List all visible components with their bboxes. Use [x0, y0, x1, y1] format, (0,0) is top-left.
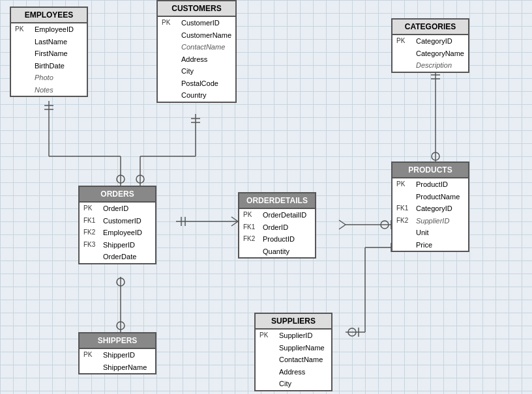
orderdetails-table: ORDERDETAILS PK OrderDetailID FK1 OrderI… [238, 192, 316, 259]
table-row: FK2 EmployeeID [80, 227, 155, 239]
products-header: PRODUCTS [392, 163, 468, 178]
orderdetails-body: PK OrderDetailID FK1 OrderID FK2 Product… [239, 209, 315, 257]
table-row: PK CustomerID [158, 17, 235, 29]
table-row: City [256, 378, 331, 390]
categories-table: CATEGORIES PK CategoryID CategoryName De… [391, 18, 469, 73]
orders-body: PK OrderID FK1 CustomerID FK2 EmployeeID… [80, 203, 155, 263]
categories-body: PK CategoryID CategoryName Description [392, 35, 468, 72]
suppliers-body: PK SupplierID SupplierName ContactName A… [256, 330, 331, 390]
table-row: PK SupplierID [256, 330, 331, 342]
table-row: Description [392, 59, 468, 72]
table-row: BirthDate [11, 60, 87, 72]
table-row: FirstName [11, 48, 87, 60]
shippers-table: SHIPPERS PK ShipperID ShipperName [78, 332, 156, 374]
svg-line-19 [339, 225, 346, 229]
table-row: OrderDate [80, 251, 155, 263]
suppliers-table: SUPPLIERS PK SupplierID SupplierName Con… [254, 313, 332, 391]
shippers-header: SHIPPERS [80, 333, 155, 349]
table-row: ShipperName [80, 361, 155, 374]
svg-line-16 [231, 221, 238, 226]
table-row: FK1 CategoryID [392, 203, 468, 215]
table-row: Unit [392, 227, 468, 239]
table-row: Price [392, 239, 468, 251]
table-row: PK CategoryID [392, 35, 468, 48]
table-row: Quantity [239, 246, 315, 258]
table-row: Photo [11, 72, 87, 84]
employees-header: EMPLOYEES [11, 8, 87, 23]
table-row: PK EmployeeID [11, 23, 87, 36]
table-row: ContactName [256, 354, 331, 366]
table-row: FK3 ShipperID [80, 239, 155, 251]
table-row: FK2 SupplierID [392, 215, 468, 227]
categories-header: CATEGORIES [392, 20, 468, 35]
table-row: PK OrderDetailID [239, 209, 315, 221]
orders-header: ORDERS [80, 187, 155, 203]
suppliers-header: SUPPLIERS [256, 314, 331, 330]
table-row: FK2 ProductID [239, 233, 315, 246]
orderdetails-header: ORDERDETAILS [239, 193, 315, 209]
customers-header: CUSTOMERS [158, 1, 235, 17]
table-row: Country [158, 89, 235, 102]
table-row: LastName [11, 36, 87, 48]
customers-body: PK CustomerID CustomerName ContactName A… [158, 17, 235, 102]
employees-body: PK EmployeeID LastName FirstName BirthDa… [11, 23, 87, 96]
svg-line-18 [339, 220, 346, 225]
table-row: Address [158, 53, 235, 66]
table-row: CustomerName [158, 29, 235, 42]
er-diagram: EMPLOYEES PK EmployeeID LastName FirstNa… [0, 0, 532, 394]
table-row: Notes [11, 84, 87, 96]
table-row: PostalCode [158, 77, 235, 90]
table-row: FK1 CustomerID [80, 215, 155, 227]
orders-table: ORDERS PK OrderID FK1 CustomerID FK2 Emp… [78, 186, 156, 264]
table-row: PK OrderID [80, 203, 155, 215]
table-row: SupplierName [256, 342, 331, 354]
customers-table: CUSTOMERS PK CustomerID CustomerName Con… [156, 0, 237, 103]
products-body: PK ProductID ProductName FK1 CategoryID … [392, 178, 468, 251]
table-row: City [158, 65, 235, 77]
table-row: ContactName [158, 41, 235, 53]
shippers-body: PK ShipperID ShipperName [80, 349, 155, 373]
table-row: FK1 OrderID [239, 221, 315, 234]
svg-line-15 [231, 217, 238, 221]
table-row: Address [256, 366, 331, 378]
table-row: CategoryName [392, 48, 468, 60]
products-table: PRODUCTS PK ProductID ProductName FK1 Ca… [391, 162, 469, 252]
table-row: PK ProductID [392, 178, 468, 191]
table-row: ProductName [392, 191, 468, 203]
table-row: PK ShipperID [80, 349, 155, 361]
employees-table: EMPLOYEES PK EmployeeID LastName FirstNa… [10, 7, 88, 97]
